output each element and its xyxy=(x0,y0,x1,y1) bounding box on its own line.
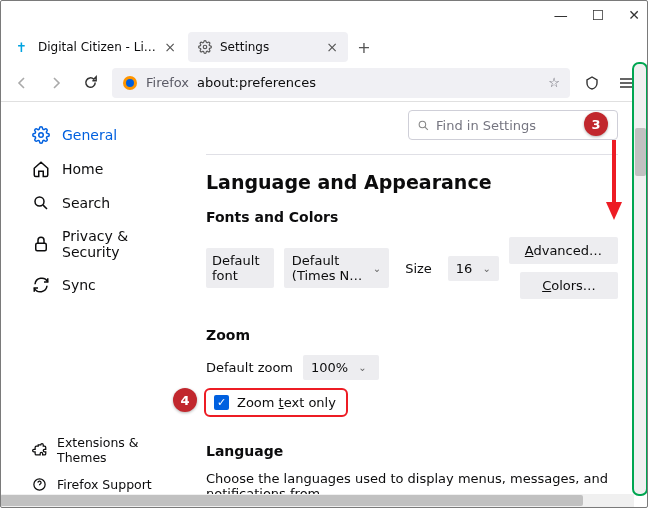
tab-close-icon[interactable]: × xyxy=(164,39,176,55)
sidebar-item-label: Privacy & Security xyxy=(62,228,174,260)
window-minimize-icon[interactable]: — xyxy=(554,7,568,23)
chevron-down-icon: ⌄ xyxy=(358,362,366,373)
colors-button[interactable]: Colors… xyxy=(520,272,618,299)
settings-icon xyxy=(198,40,212,54)
tab-close-icon[interactable]: × xyxy=(326,39,338,55)
back-button[interactable] xyxy=(10,71,34,95)
language-heading: Language xyxy=(206,443,618,459)
default-font-label: Default font xyxy=(206,248,274,288)
fonts-heading: Fonts and Colors xyxy=(206,209,618,225)
main-panel: Find in Settings Language and Appearance… xyxy=(188,102,648,508)
chevron-down-icon: ⌄ xyxy=(482,263,490,274)
home-icon xyxy=(32,160,50,178)
tab-digital-citizen[interactable]: ✝ Digital Citizen - Life in a digital × xyxy=(6,32,186,62)
default-font-select[interactable]: Default (Times N… ⌄ xyxy=(284,248,389,288)
reload-button[interactable] xyxy=(78,71,102,95)
tab-strip: ✝ Digital Citizen - Life in a digital × … xyxy=(0,30,648,64)
sidebar-item-label: Search xyxy=(62,195,110,211)
svg-point-2 xyxy=(126,79,134,87)
lock-icon xyxy=(32,235,50,253)
default-zoom-label: Default zoom xyxy=(206,360,293,375)
search-icon xyxy=(32,194,50,212)
sidebar-item-home[interactable]: Home xyxy=(24,152,182,186)
chevron-down-icon: ⌄ xyxy=(373,263,381,274)
gear-icon xyxy=(32,126,50,144)
url-text: about:preferences xyxy=(197,75,316,90)
svg-marker-9 xyxy=(606,202,622,220)
sidebar: General Home Search Privacy & Security S… xyxy=(0,102,188,508)
annotation-highlight-box xyxy=(204,388,348,417)
svg-rect-5 xyxy=(36,243,47,251)
sidebar-bottom-label: Firefox Support xyxy=(57,477,152,492)
sidebar-item-general[interactable]: General xyxy=(24,118,182,152)
firefox-icon xyxy=(122,75,138,91)
favicon-icon: ✝ xyxy=(16,40,30,54)
tab-settings[interactable]: Settings × xyxy=(188,32,348,62)
pocket-icon[interactable] xyxy=(580,71,604,95)
sidebar-item-label: Home xyxy=(62,161,103,177)
annotation-arrow-icon xyxy=(604,140,624,223)
section-heading: Language and Appearance xyxy=(206,171,618,193)
tab-title: Settings xyxy=(220,40,318,54)
advanced-fonts-button[interactable]: AAdvanced…dvanced… xyxy=(509,237,618,264)
svg-point-0 xyxy=(203,45,207,49)
vertical-scrollbar[interactable] xyxy=(634,64,647,494)
sync-icon xyxy=(32,276,50,294)
url-prefix: Firefox xyxy=(146,75,189,90)
svg-point-4 xyxy=(35,197,44,206)
window-maximize-icon[interactable]: ☐ xyxy=(592,7,605,23)
horizontal-scrollbar[interactable] xyxy=(0,494,634,507)
annotation-badge-3: 3 xyxy=(584,112,608,136)
window-close-icon[interactable]: ✕ xyxy=(628,7,640,23)
search-placeholder: Find in Settings xyxy=(436,118,536,133)
sidebar-bottom-label: Extensions & Themes xyxy=(57,435,174,465)
sidebar-item-label: Sync xyxy=(62,277,96,293)
forward-button[interactable] xyxy=(44,71,68,95)
annotation-badge-4: 4 xyxy=(173,388,197,412)
font-size-label: Size xyxy=(399,256,438,281)
sidebar-item-sync[interactable]: Sync xyxy=(24,268,182,302)
zoom-heading: Zoom xyxy=(206,327,618,343)
sidebar-extensions-link[interactable]: Extensions & Themes xyxy=(24,429,182,471)
sidebar-item-label: General xyxy=(62,127,117,143)
font-size-select[interactable]: 16 ⌄ xyxy=(448,256,499,281)
address-bar[interactable]: Firefox about:preferences ☆ xyxy=(112,68,570,98)
new-tab-button[interactable]: + xyxy=(350,33,378,61)
sidebar-item-search[interactable]: Search xyxy=(24,186,182,220)
bookmark-star-icon[interactable]: ☆ xyxy=(548,75,560,90)
tab-title: Digital Citizen - Life in a digital xyxy=(38,40,156,54)
svg-point-7 xyxy=(419,121,426,128)
default-zoom-select[interactable]: 100% ⌄ xyxy=(303,355,379,380)
svg-point-3 xyxy=(39,133,44,138)
sidebar-item-privacy[interactable]: Privacy & Security xyxy=(24,220,182,268)
puzzle-icon xyxy=(32,443,47,458)
toolbar: Firefox about:preferences ☆ xyxy=(0,64,648,102)
help-icon xyxy=(32,477,47,492)
